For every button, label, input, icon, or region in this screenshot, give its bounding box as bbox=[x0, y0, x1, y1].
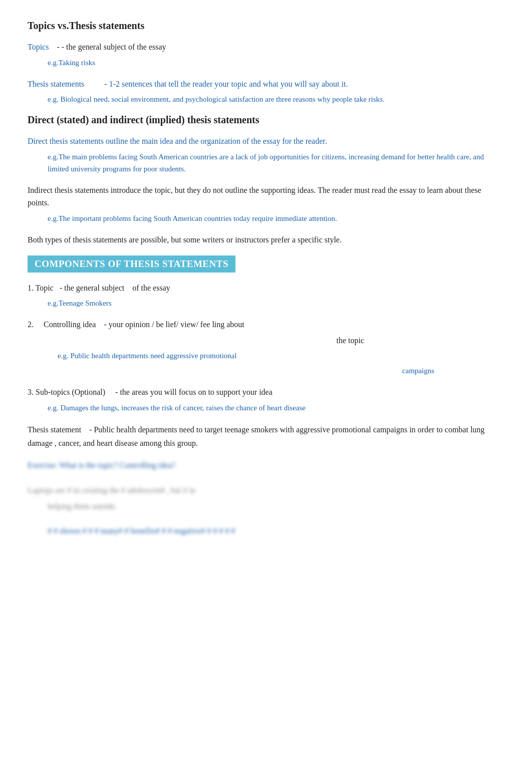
item3-line: 3. Sub-topics (Optional) - the areas you… bbox=[28, 386, 504, 399]
item2-line: 2. Controlling idea - your opinion / be … bbox=[28, 318, 504, 331]
topics-example: e.g.Taking risks bbox=[48, 57, 504, 69]
item1-desc2: of the essay bbox=[132, 284, 170, 292]
topics-line: Topics - - the general subject of the es… bbox=[28, 41, 504, 54]
blurred-line2b: helping them outside. bbox=[48, 500, 504, 513]
topics-section: Topics - - the general subject of the es… bbox=[28, 41, 504, 69]
thesis-section: Thesis statements - 1-2 sentences that t… bbox=[28, 78, 504, 106]
indirect-example: e.g.The important problems facing South … bbox=[48, 212, 504, 224]
indirect-section: Indirect thesis statements introduce the… bbox=[28, 184, 504, 224]
item1-block: 1. Topic - the general subject of the es… bbox=[28, 282, 504, 310]
item2-example: e.g. Public health departments need aggr… bbox=[58, 350, 504, 362]
page-header: Topics vs.Thesis statements bbox=[28, 20, 504, 32]
thesis-label: Thesis statements bbox=[28, 80, 84, 88]
components-block: COMPONENTS OF THESIS STATEMENTS 1. Topic… bbox=[28, 255, 504, 414]
both-types-text: Both types of thesis statements are poss… bbox=[28, 233, 504, 246]
item2-desc2: the topic bbox=[28, 334, 504, 347]
item2-desc: - your opinion / be lief/ view/ fee ling… bbox=[104, 320, 244, 329]
direct-desc: Direct thesis statements outline the mai… bbox=[28, 135, 504, 148]
section2-header: Direct (stated) and indirect (implied) t… bbox=[28, 114, 504, 126]
thesis-label-line: Thesis statements - 1-2 sentences that t… bbox=[28, 78, 504, 91]
thesis-full-line: Thesis statement - Public health departm… bbox=[28, 423, 504, 450]
blurred-line2a: Laptops are # in creating the # adolesce… bbox=[28, 484, 504, 497]
blurred-line1: Exercise: What is the topic? Controlling… bbox=[28, 459, 504, 472]
item2-example2: campaigns bbox=[28, 365, 504, 377]
item1-label: 1. Topic bbox=[28, 284, 54, 292]
item1-line: 1. Topic - the general subject of the es… bbox=[28, 282, 504, 295]
thesis-stmt-text: - Public health departments need to targ… bbox=[28, 425, 484, 447]
item3-block: 3. Sub-topics (Optional) - the areas you… bbox=[28, 386, 504, 414]
main-title: Topics vs.Thesis statements bbox=[28, 20, 504, 32]
indirect-desc: Indirect thesis statements introduce the… bbox=[28, 184, 504, 209]
both-types-section: Both types of thesis statements are poss… bbox=[28, 233, 504, 246]
item1-desc: - the general subject bbox=[60, 284, 124, 292]
thesis-statement-block: Thesis statement - Public health departm… bbox=[28, 423, 504, 450]
thesis-example: e.g. Biological need, social environment… bbox=[48, 93, 504, 105]
components-header: COMPONENTS OF THESIS STATEMENTS bbox=[28, 255, 235, 273]
item3-example: e.g. Damages the lungs, increases the ri… bbox=[48, 402, 504, 414]
thesis-desc: - 1-2 sentences that tell the reader you… bbox=[104, 80, 348, 88]
topics-desc: - the general subject of the essay bbox=[62, 43, 166, 51]
item2-name: Controlling idea bbox=[44, 320, 96, 329]
topics-label: Topics bbox=[28, 43, 49, 51]
blurred-section: Exercise: What is the topic? Controlling… bbox=[28, 459, 504, 537]
thesis-stmt-label: Thesis statement bbox=[28, 425, 81, 434]
section2-title: Direct (stated) and indirect (implied) t… bbox=[28, 114, 504, 126]
item2-label: 2. bbox=[28, 320, 34, 329]
item2-block: 2. Controlling idea - your opinion / be … bbox=[28, 318, 504, 377]
direct-section: Direct thesis statements outline the mai… bbox=[28, 135, 504, 175]
direct-example: e.g.The main problems facing South Ameri… bbox=[48, 151, 504, 175]
item3-desc: - the areas you will focus on to support… bbox=[115, 388, 273, 396]
blurred-line3: # # shown # # # many# # benefits# # # ne… bbox=[48, 525, 504, 538]
item1-example: e.g.Teenage Smokers bbox=[48, 297, 504, 309]
item3-label: 3. Sub-topics (Optional) bbox=[28, 388, 105, 396]
